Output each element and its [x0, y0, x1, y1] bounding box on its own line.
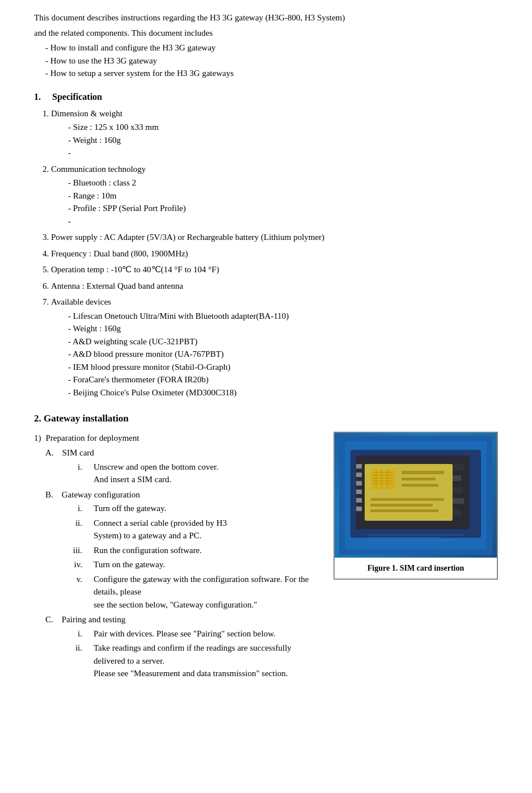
svg-rect-19: [370, 509, 438, 512]
step-b-iv: iv. Turn on the gateway.: [68, 558, 322, 571]
svg-rect-18: [370, 504, 433, 507]
spec-sub-2-2: Profile : SPP (Serial Port Profile): [68, 202, 498, 215]
spec-item-1-subs: Size : 125 x 100 x33 mm Weight : 160g: [51, 121, 498, 159]
spec-item-4-label: Frequency : Dual band (800, 1900MHz): [51, 249, 188, 258]
spec-sub-1-1: Weight : 160g: [68, 134, 498, 147]
subsection-c-steps: i. Pair with devices. Please see "Pairin…: [45, 627, 322, 680]
spec-item-4: Frequency : Dual band (800, 1900MHz): [51, 247, 498, 260]
section1: 1. Specification Dimension & weight Size…: [34, 90, 498, 399]
svg-rect-22: [356, 481, 362, 486]
spec-item-7-label: Available devices: [51, 297, 111, 306]
prep-title: Preparation for deployment: [46, 432, 140, 445]
subsection-a-steps: i. Unscrew and open the bottom cover.And…: [45, 461, 322, 486]
svg-rect-25: [356, 507, 362, 511]
section2: 2. Gateway installation 1) Preparation f…: [34, 411, 498, 682]
spec-sub-2-3: [68, 215, 498, 228]
intro-line2: and the related components. This documen…: [34, 27, 498, 40]
spec-sub-7-3: A&D blood pressure monitor (UA-767PBT): [68, 348, 498, 361]
subsection-a: A. SIM card i. Unscrew and open the bott…: [34, 446, 322, 486]
intro-line1: This document describes instructions reg…: [34, 11, 498, 24]
gateway-text-area: 1) Preparation for deployment A. SIM car…: [34, 432, 322, 682]
svg-rect-32: [453, 498, 464, 504]
step-b-iv-text: Turn on the gateway.: [94, 558, 322, 571]
step-a-i-num: i.: [68, 461, 82, 486]
svg-rect-33: [453, 509, 461, 516]
step-b-ii-num: ii.: [68, 517, 82, 542]
subsection-b: B. Gateway configuration i. Turn off the…: [34, 488, 322, 611]
intro-bullet-2: How to use the H3 3G gateway: [45, 54, 498, 68]
spec-item-1-label: Dimension & weight: [51, 109, 123, 118]
spec-item-2-subs: Bluetooth : class 2 Range : 10m Profile …: [51, 176, 498, 227]
intro-section: This document describes instructions reg…: [34, 11, 498, 80]
step-b-v-num: v.: [68, 573, 82, 611]
spec-sub-7-2: A&D weighting scale (UC-321PBT): [68, 335, 498, 348]
subsection-a-header: A. SIM card: [45, 446, 322, 459]
spec-sub-7-6: Beijing Choice's Pulse Oximeter (MD300C3…: [68, 386, 498, 399]
step-c-ii-text: Take readings and confirm if the reading…: [94, 642, 322, 680]
prep-number: 1): [34, 432, 41, 445]
step-b-v-text: Configure the gateway with the configura…: [94, 573, 322, 611]
subsection-b-steps: i. Turn off the gateway. ii. Connect a s…: [45, 502, 322, 611]
section1-number: 1.: [34, 90, 41, 104]
intro-bullet-3: How to setup a server system for the H3 …: [45, 67, 498, 80]
step-c-i: i. Pair with devices. Please see "Pairin…: [68, 627, 322, 640]
section2-title: 2. Gateway installation: [34, 411, 498, 426]
subsection-a-label: SIM card: [62, 448, 94, 457]
intro-bullets: How to install and configure the H3 3G g…: [34, 41, 498, 80]
spec-sub-7-0: Lifescan Onetouch Ultra/Mini with Blueto…: [68, 310, 498, 323]
subsection-c: C. Pairing and testing i. Pair with devi…: [34, 613, 322, 680]
step-c-i-num: i.: [68, 627, 82, 640]
figure-box: Figure 1. SIM card insertion: [333, 432, 498, 580]
svg-rect-17: [370, 498, 444, 501]
step-b-iv-num: iv.: [68, 558, 82, 571]
step-b-v: v. Configure the gateway with the config…: [68, 573, 322, 611]
step-a-i-text: Unscrew and open the bottom cover.And in…: [94, 461, 322, 486]
spec-item-7: Available devices Lifescan Onetouch Ultr…: [51, 296, 498, 399]
step-b-ii-text: Connect a serial cable (provided by H3Sy…: [94, 517, 322, 542]
svg-rect-16: [402, 484, 438, 487]
svg-rect-15: [402, 478, 436, 480]
spec-sub-1-2: [68, 146, 498, 159]
figure-image: [335, 433, 497, 558]
spec-sub-2-0: Bluetooth : class 2: [68, 176, 498, 189]
step-b-iii-text: Run the configuration software.: [94, 544, 322, 557]
spec-item-2-label: Communication technology: [51, 164, 146, 174]
svg-rect-29: [453, 464, 464, 471]
spec-sub-1-0: Size : 125 x 100 x33 mm: [68, 121, 498, 134]
spec-item-3: Power supply : AC Adapter (5V/3A) or Rec…: [51, 231, 498, 244]
spec-item-5: Operation temp : -10℃ to 40℃(14 °F to 10…: [51, 263, 498, 276]
step-b-ii: ii. Connect a serial cable (provided by …: [68, 517, 322, 542]
section1-list: Dimension & weight Size : 125 x 100 x33 …: [34, 107, 498, 399]
subsection-b-label: Gateway configuration: [62, 490, 140, 499]
subsection-c-header: C. Pairing and testing: [45, 613, 322, 626]
step-b-i: i. Turn off the gateway.: [68, 502, 322, 515]
subsection-b-header: B. Gateway configuration: [45, 488, 322, 501]
subsection-b-letter: B.: [45, 490, 53, 499]
step-c-ii-num: ii.: [68, 642, 82, 680]
spec-item-1: Dimension & weight Size : 125 x 100 x33 …: [51, 107, 498, 159]
subsection-a-letter: A.: [45, 448, 54, 457]
spec-item-5-label: Operation temp : -10℃ to 40℃(14 °F to 10…: [51, 265, 219, 274]
gateway-content: 1) Preparation for deployment A. SIM car…: [34, 432, 498, 682]
spec-sub-7-4: IEM blood pressure monitor (Stabil-O-Gra…: [68, 361, 498, 374]
step-a-i: i. Unscrew and open the bottom cover.And…: [68, 461, 322, 486]
subsection-c-label: Pairing and testing: [62, 615, 126, 624]
spec-sub-2-1: Range : 10m: [68, 189, 498, 203]
step-b-i-text: Turn off the gateway.: [94, 502, 322, 515]
svg-rect-30: [453, 475, 461, 481]
svg-rect-23: [356, 490, 362, 494]
step-c-ii: ii. Take readings and confirm if the rea…: [68, 642, 322, 680]
section1-title: Specification: [52, 90, 102, 104]
spec-item-6: Antenna : External Quad band antenna: [51, 280, 498, 293]
svg-rect-14: [402, 471, 444, 474]
sim-card-svg: [339, 436, 492, 555]
figure-caption: Figure 1. SIM card insertion: [363, 558, 468, 579]
svg-rect-20: [356, 464, 362, 469]
spec-item-2: Communication technology Bluetooth : cla…: [51, 163, 498, 228]
svg-rect-24: [356, 498, 362, 503]
step-b-iii: iii. Run the configuration software.: [68, 544, 322, 557]
intro-bullet-1: How to install and configure the H3 3G g…: [45, 41, 498, 54]
spec-item-3-label: Power supply : AC Adapter (5V/3A) or Rec…: [51, 233, 324, 242]
spec-sub-7-1: Weight : 160g: [68, 322, 498, 335]
svg-rect-31: [453, 487, 463, 493]
